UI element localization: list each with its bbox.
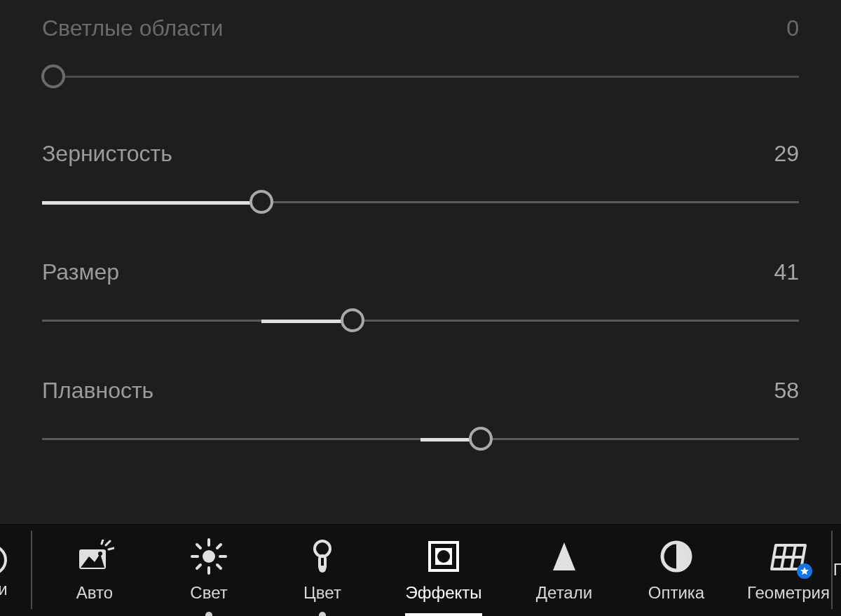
slider-grain: Зернистость 29: [42, 141, 799, 216]
tab-effects-label: Эффекты: [405, 583, 481, 603]
tab-auto-label: Авто: [76, 583, 113, 603]
tab-light[interactable]: Свет: [167, 523, 251, 616]
slider-smoothness-label: Плавность: [42, 378, 153, 404]
effects-panel: Светлые области 0 Зернистость 29 Размер …: [0, 0, 841, 523]
svg-line-4: [106, 541, 110, 545]
tab-light-label: Свет: [190, 583, 227, 603]
slider-size-track[interactable]: [42, 306, 799, 334]
svg-point-7: [203, 550, 215, 563]
partial-left-icon: [0, 543, 8, 577]
slider-smoothness-value: 58: [774, 378, 799, 404]
svg-marker-22: [553, 542, 575, 570]
tab-color-dot: [319, 612, 326, 616]
slider-grain-track[interactable]: [42, 188, 799, 216]
slider-grain-label: Зернистость: [42, 141, 172, 167]
slider-highlights-value: 0: [786, 15, 799, 41]
svg-line-15: [217, 545, 221, 548]
tab-auto[interactable]: Авто: [49, 523, 140, 616]
svg-marker-29: [800, 567, 809, 575]
svg-point-24: [669, 554, 674, 559]
svg-point-0: [0, 546, 6, 574]
svg-line-6: [102, 540, 103, 544]
tab-optics-label: Оптика: [648, 583, 704, 603]
auto-icon: [75, 537, 114, 576]
slider-smoothness: Плавность 58: [42, 378, 799, 453]
tab-partial-left-label: ли: [0, 580, 8, 599]
tab-color-label: Цвет: [303, 583, 341, 603]
svg-line-5: [109, 548, 114, 549]
slider-smoothness-track[interactable]: [42, 425, 799, 453]
slider-highlights-track[interactable]: [42, 62, 799, 90]
slider-size-value: 41: [774, 259, 799, 285]
tab-partial-right-label: П: [833, 560, 841, 580]
tab-detail-label: Детали: [536, 583, 592, 603]
geometry-icon: [769, 537, 808, 576]
tab-effects[interactable]: Эффекты: [391, 523, 496, 616]
tab-geometry[interactable]: Геометрия: [736, 523, 841, 616]
color-icon: [310, 537, 334, 576]
svg-point-18: [319, 566, 326, 573]
detail-icon: [550, 537, 578, 576]
slider-size: Размер 41: [42, 259, 799, 334]
geometry-badge: [797, 563, 812, 579]
effects-icon: [427, 537, 460, 576]
tab-effects-underline: [405, 613, 482, 616]
light-icon: [191, 537, 227, 576]
svg-point-21: [437, 550, 450, 563]
svg-line-14: [197, 565, 200, 568]
tab-geometry-label: Геометрия: [747, 583, 830, 603]
svg-line-12: [197, 545, 200, 548]
slider-highlights: Светлые области 0: [42, 0, 799, 90]
tab-detail[interactable]: Детали: [519, 523, 610, 616]
bar-separator-right: [831, 531, 833, 609]
slider-size-label: Размер: [42, 259, 119, 285]
slider-grain-value: 29: [774, 141, 799, 167]
svg-point-3: [98, 552, 102, 556]
tab-light-dot: [205, 612, 212, 616]
svg-line-13: [217, 565, 221, 568]
svg-point-16: [315, 541, 330, 556]
bottom-tab-bar: ли Авто: [0, 523, 841, 616]
bar-separator-left: [31, 531, 32, 609]
optics-icon: [659, 537, 693, 576]
tab-color[interactable]: Цвет: [280, 523, 364, 616]
tab-optics[interactable]: Оптика: [631, 523, 722, 616]
slider-highlights-label: Светлые области: [42, 15, 223, 41]
tab-partial-right[interactable]: П: [833, 523, 841, 616]
tab-partial-left[interactable]: ли: [0, 523, 8, 616]
